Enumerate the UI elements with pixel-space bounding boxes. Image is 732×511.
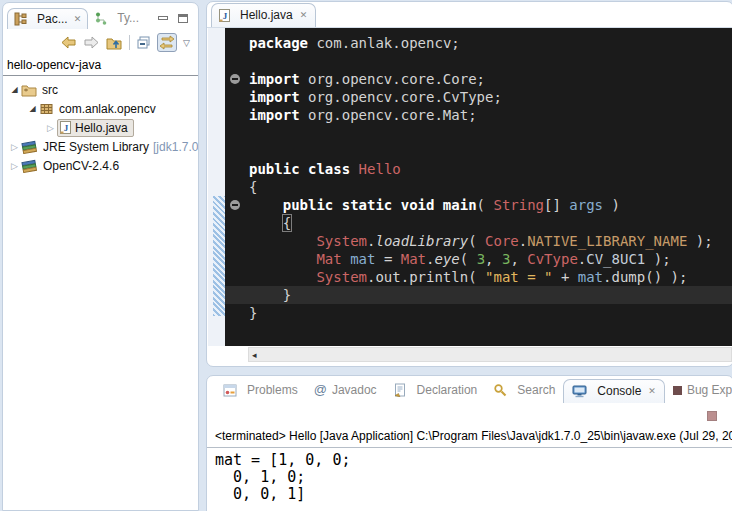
project-tree: ◢ src ◢ com.anlak.opencv ▷ J Hello.java … [3, 76, 198, 175]
tab-label: Problems [247, 383, 298, 397]
tree-item-package[interactable]: ◢ com.anlak.opencv [3, 99, 198, 118]
view-minmax-controls [158, 14, 188, 23]
tree-item-label: OpenCV-2.4.6 [43, 159, 119, 173]
tree-item-opencv-library[interactable]: ▷ OpenCV-2.4.6 [3, 156, 198, 175]
editor-tab-label: Hello.java [240, 8, 293, 22]
close-icon[interactable]: ✕ [74, 14, 82, 24]
tab-console[interactable]: Console ✕ [563, 379, 665, 403]
declaration-icon [393, 383, 407, 397]
expander-open-icon[interactable]: ◢ [26, 104, 39, 113]
tab-javadoc[interactable]: @ Javadoc [306, 378, 385, 403]
library-icon [21, 140, 38, 154]
java-file-icon: J [60, 121, 71, 134]
scroll-left-icon[interactable]: ◂ [252, 350, 257, 360]
problems-icon [223, 384, 237, 397]
link-with-editor-button[interactable] [157, 33, 177, 52]
expander-closed-icon[interactable]: ▷ [8, 161, 21, 171]
minimize-icon[interactable] [158, 16, 168, 20]
tree-item-jre-library[interactable]: ▷ JRE System Library [jdk1.7.0 [3, 137, 198, 156]
tree-item-label: Hello.java [75, 121, 128, 135]
console-output[interactable]: mat = [1, 0, 0; 0, 1, 0; 0, 0, 1] [207, 448, 732, 507]
close-icon[interactable]: ✕ [300, 10, 308, 20]
eclipse-workbench: { "colors": { "window_bg": "#dbe5f1", "e… [0, 0, 732, 511]
close-icon[interactable]: ✕ [648, 386, 656, 396]
tab-label: Ty... [117, 11, 139, 25]
console-icon [572, 385, 587, 398]
range-indicator [213, 196, 225, 316]
terminate-button[interactable] [707, 411, 717, 421]
maximize-icon[interactable] [178, 14, 188, 23]
editor-horizontal-scrollbar[interactable]: ◂ [248, 347, 732, 362]
forward-button[interactable] [83, 36, 100, 49]
tab-label: Declaration [417, 383, 478, 397]
tab-bug-explorer[interactable]: Bug Explorer [665, 379, 732, 403]
annotation-ruler[interactable] [208, 28, 225, 346]
console-toolbar [207, 403, 732, 429]
svg-text:J: J [64, 123, 69, 133]
bottom-view-tab-bar: Problems @ Javadoc Declaration Search Co… [207, 376, 732, 403]
svg-text:J: J [223, 10, 228, 20]
expander-open-icon[interactable]: ◢ [8, 85, 21, 94]
package-explorer-icon [14, 12, 28, 26]
tab-label: Javadoc [332, 383, 377, 397]
tab-declaration[interactable]: Declaration [385, 379, 486, 403]
go-into-button[interactable] [106, 35, 123, 50]
tab-problems[interactable]: Problems [215, 379, 306, 403]
search-icon [493, 383, 507, 397]
back-button[interactable] [60, 36, 77, 49]
code-editor[interactable]: package com.anlak.opencv;import org.open… [225, 28, 732, 346]
tab-label: Console [597, 384, 641, 398]
source-folder-icon [21, 83, 37, 97]
explorer-root-label: hello-opencv-java [3, 55, 198, 76]
editor-tab-bar: J Hello.java ✕ [207, 2, 732, 28]
console-view: Problems @ Javadoc Declaration Search Co… [206, 375, 732, 511]
tree-item-label: src [42, 83, 58, 97]
editor-area: J Hello.java ✕ package com.anlak.opencv;… [206, 1, 732, 367]
tab-search[interactable]: Search [485, 379, 563, 403]
collapse-all-button[interactable] [136, 36, 151, 50]
tree-item-label: JRE System Library [43, 140, 149, 154]
expander-closed-icon[interactable]: ▷ [44, 123, 57, 133]
javadoc-at-icon: @ [314, 382, 327, 397]
selected-item-box[interactable]: J Hello.java [57, 119, 134, 137]
editor-tab-hello-java[interactable]: J Hello.java ✕ [211, 3, 316, 27]
package-explorer-toolbar: ▽ [3, 30, 198, 55]
fold-collapse-icon[interactable] [230, 200, 240, 210]
tab-type-hierarchy[interactable]: Ty... [88, 8, 145, 28]
package-icon [39, 102, 54, 116]
tab-label: Search [517, 383, 555, 397]
tree-item-label: com.anlak.opencv [59, 102, 156, 116]
toolbar-separator [129, 35, 130, 50]
type-hierarchy-icon [94, 11, 108, 25]
expander-closed-icon[interactable]: ▷ [8, 142, 21, 152]
bug-icon [673, 386, 682, 395]
fold-collapse-icon[interactable] [230, 74, 240, 84]
library-icon [21, 159, 38, 173]
view-tab-bar: Pac... ✕ Ty... [3, 3, 198, 30]
java-file-icon: J [219, 9, 230, 22]
tab-package-explorer[interactable]: Pac... ✕ [7, 8, 88, 29]
code-text[interactable]: package com.anlak.opencv;import org.open… [225, 28, 732, 322]
tree-item-hello-java[interactable]: ▷ J Hello.java [3, 118, 198, 137]
tab-label: Pac... [37, 12, 68, 26]
tree-item-detail: [jdk1.7.0 [153, 140, 198, 154]
view-menu-icon[interactable]: ▽ [183, 38, 190, 48]
editor-content: package com.anlak.opencv;import org.open… [208, 28, 732, 346]
tree-item-src[interactable]: ◢ src [3, 80, 198, 99]
package-explorer-view: Pac... ✕ Ty... ▽ he [2, 2, 199, 511]
console-process-header: <terminated> Hello [Java Application] C:… [207, 429, 732, 448]
tab-label: Bug Explorer [687, 383, 732, 397]
